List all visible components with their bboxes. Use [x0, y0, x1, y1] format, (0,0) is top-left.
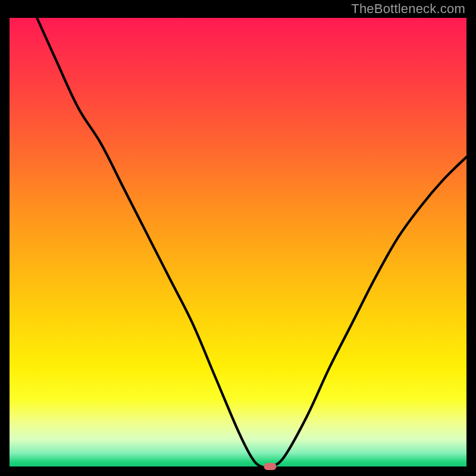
chart-frame: TheBottleneck.com — [0, 0, 476, 476]
watermark-text: TheBottleneck.com — [351, 1, 465, 17]
curve-path — [37, 18, 466, 466]
plot-area — [10, 18, 466, 466]
bottleneck-curve — [10, 18, 466, 466]
optimum-marker — [264, 463, 276, 470]
